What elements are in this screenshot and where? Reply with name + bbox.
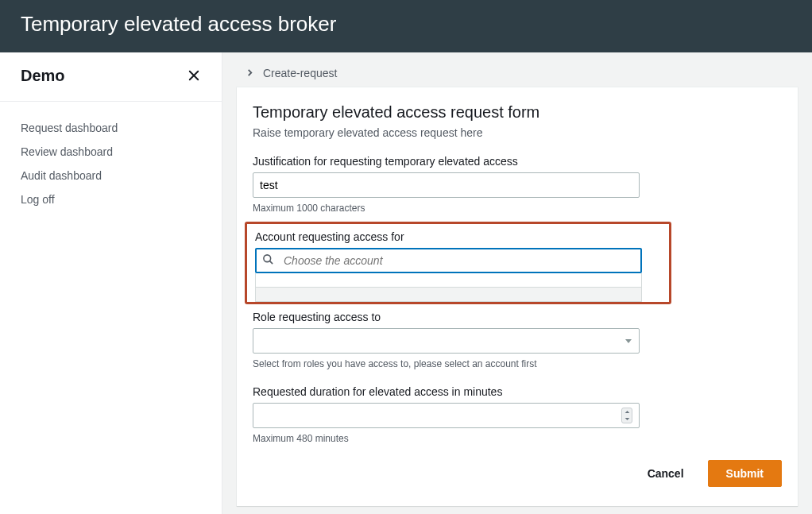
app-header: Temporary elevated access broker [0, 0, 812, 52]
sidebar-nav: Request dashboard Review dashboard Audit… [0, 102, 222, 211]
sidebar-item-review-dashboard[interactable]: Review dashboard [0, 140, 222, 164]
number-stepper[interactable] [621, 408, 632, 423]
close-icon[interactable] [187, 68, 201, 83]
sidebar-item-request-dashboard[interactable]: Request dashboard [0, 116, 222, 140]
svg-marker-5 [624, 411, 629, 413]
chevron-right-icon [246, 69, 253, 76]
justification-field: Justification for requesting temporary e… [253, 155, 782, 214]
account-search-input[interactable] [255, 248, 642, 273]
justification-input[interactable] [253, 172, 640, 198]
duration-hint: Maximum 480 minutes [253, 433, 782, 444]
form-actions: Cancel Submit [253, 460, 782, 487]
sidebar-title: Demo [21, 67, 65, 85]
sidebar-header: Demo [0, 52, 222, 102]
account-label: Account requesting access for [255, 230, 661, 243]
duration-input[interactable] [253, 403, 640, 428]
role-label: Role requesting access to [253, 311, 782, 323]
sidebar-item-audit-dashboard[interactable]: Audit dashboard [0, 164, 222, 187]
caret-down-icon [624, 334, 632, 347]
form-subtitle: Raise temporary elevated access request … [253, 126, 782, 139]
stepper-up-icon[interactable] [622, 408, 632, 415]
svg-marker-4 [625, 339, 632, 343]
sidebar-item-log-off[interactable]: Log off [0, 187, 222, 211]
account-dropdown-option[interactable] [255, 273, 642, 288]
duration-field: Requested duration for elevated access i… [253, 385, 782, 444]
justification-hint: Maximum 1000 characters [253, 203, 782, 214]
role-select[interactable] [253, 328, 640, 354]
svg-marker-6 [624, 418, 629, 420]
account-search-wrap [255, 248, 642, 273]
account-highlight-box: Account requesting access for [245, 222, 671, 304]
breadcrumb: Create-request [222, 52, 812, 87]
cancel-button[interactable]: Cancel [636, 461, 695, 486]
account-dropdown-option-selected[interactable] [255, 288, 642, 302]
app-title: Temporary elevated access broker [21, 12, 336, 36]
main-area: Create-request Temporary elevated access… [222, 52, 812, 514]
stepper-down-icon[interactable] [622, 415, 632, 423]
svg-line-3 [269, 261, 273, 264]
form-title: Temporary elevated access request form [253, 103, 782, 122]
role-field: Role requesting access to Select from ro… [253, 311, 782, 369]
breadcrumb-current: Create-request [263, 67, 337, 79]
search-icon [262, 253, 274, 268]
role-hint: Select from roles you have access to, pl… [253, 358, 782, 369]
justification-label: Justification for requesting temporary e… [253, 155, 782, 168]
account-field: Account requesting access for [255, 230, 661, 302]
submit-button[interactable]: Submit [708, 460, 782, 487]
svg-point-2 [264, 255, 271, 262]
sidebar: Demo Request dashboard Review dashboard … [0, 52, 222, 514]
form-panel: Temporary elevated access request form R… [237, 87, 798, 506]
duration-label: Requested duration for elevated access i… [253, 385, 782, 398]
